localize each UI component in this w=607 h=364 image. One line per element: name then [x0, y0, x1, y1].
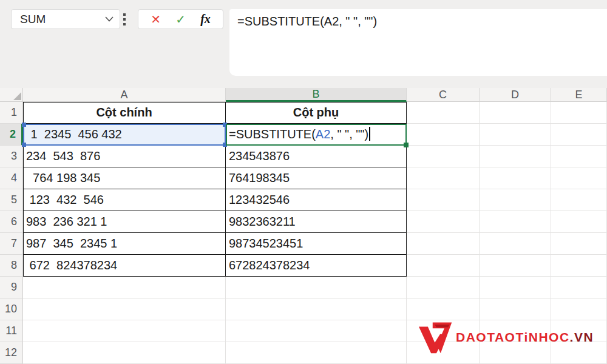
cell-A6[interactable]: 983 236 321 1 [23, 211, 226, 233]
enter-button[interactable]: ✓ [175, 13, 186, 25]
cell-E7[interactable] [551, 233, 607, 255]
cell-A9[interactable] [23, 277, 226, 298]
cell-A8[interactable]: 672 824378234 [23, 255, 226, 277]
cell-E10[interactable] [551, 298, 607, 320]
row-header-5[interactable]: 5 [0, 189, 23, 211]
formula-bar-drag-handle-icon[interactable] [123, 13, 126, 25]
cell-text: Cột phụ [293, 106, 339, 119]
cell-C2[interactable] [407, 124, 480, 146]
cell-A1[interactable]: Cột chính [23, 102, 226, 124]
cell-B2[interactable]: =SUBSTITUTE(A2, " ", "") [226, 124, 407, 146]
row-header-2[interactable]: 2 [0, 124, 23, 146]
cell-D5[interactable] [480, 189, 551, 211]
cell-C1[interactable] [407, 102, 480, 124]
row-header-6[interactable]: 6 [0, 211, 23, 233]
row-header-9[interactable]: 9 [0, 277, 23, 298]
cell-D8[interactable] [480, 255, 551, 277]
cell-text: 764198345 [229, 171, 290, 184]
cell-B12[interactable] [226, 342, 407, 364]
cell-A12[interactable] [23, 342, 226, 364]
cell-B11[interactable] [226, 320, 407, 342]
cell-A5[interactable]: 123 432 546 [23, 189, 226, 211]
cell-E12[interactable] [551, 342, 607, 364]
cell-D4[interactable] [480, 167, 551, 189]
cell-D3[interactable] [480, 146, 551, 167]
cell-C6[interactable] [407, 211, 480, 233]
cell-C5[interactable] [407, 189, 480, 211]
row-header-10[interactable]: 10 [0, 298, 23, 320]
column-header-A[interactable]: A [23, 88, 226, 102]
cell-text: 123 432 546 [26, 193, 104, 206]
cell-B6[interactable]: 9832363211 [226, 211, 407, 233]
row-header-7[interactable]: 7 [0, 233, 23, 255]
cell-C9[interactable] [407, 277, 480, 298]
text-cursor [369, 127, 370, 141]
cell-B8[interactable]: 672824378234 [226, 255, 407, 277]
cell-B7[interactable]: 98734523451 [226, 233, 407, 255]
name-box[interactable]: SUM [11, 9, 120, 29]
cell-D6[interactable] [480, 211, 551, 233]
cell-D10[interactable] [480, 298, 551, 320]
reference-handle-tl[interactable] [22, 123, 26, 127]
cell-text: 672824378234 [229, 258, 310, 272]
cell-D11[interactable] [480, 320, 551, 342]
chevron-down-icon[interactable] [105, 16, 114, 22]
cell-B3[interactable]: 234543876 [226, 146, 407, 167]
column-header-E[interactable]: E [551, 88, 607, 102]
name-box-value: SUM [20, 13, 105, 26]
cell-B4[interactable]: 764198345 [226, 167, 407, 189]
column-header-D[interactable]: D [480, 88, 551, 102]
row-header-3[interactable]: 3 [0, 146, 23, 167]
cell-B9[interactable] [226, 277, 407, 298]
cell-A3[interactable]: 234 543 876 [23, 146, 226, 167]
column-header-B[interactable]: B [226, 88, 407, 102]
cell-D1[interactable] [480, 102, 551, 124]
cell-B10[interactable] [226, 298, 407, 320]
cell-text: 983 236 321 1 [26, 215, 107, 228]
cell-C12[interactable] [407, 342, 480, 364]
column-header-C[interactable]: C [407, 88, 480, 102]
cell-D2[interactable] [480, 124, 551, 146]
select-all-button[interactable] [0, 88, 23, 102]
cell-A4[interactable]: 764 198 345 [23, 167, 226, 189]
cell-C10[interactable] [407, 298, 480, 320]
row-header-1[interactable]: 1 [0, 102, 23, 124]
cell-C4[interactable] [407, 167, 480, 189]
column-headers: ABCDE [23, 88, 607, 102]
cell-text: 9832363211 [229, 215, 296, 228]
cell-E1[interactable] [551, 102, 607, 124]
spreadsheet-grid: ABCDE 1Cột chínhCột phụ2 1 2345 456 432=… [0, 88, 607, 364]
cell-C11[interactable] [407, 320, 480, 342]
cell-E4[interactable] [551, 167, 607, 189]
cell-text: 234543876 [229, 149, 290, 163]
cell-E11[interactable] [551, 320, 607, 342]
cell-E5[interactable] [551, 189, 607, 211]
cell-C8[interactable] [407, 255, 480, 277]
row-header-4[interactable]: 4 [0, 167, 23, 189]
cell-E8[interactable] [551, 255, 607, 277]
cell-D12[interactable] [480, 342, 551, 364]
cell-E2[interactable] [551, 124, 607, 146]
cell-D7[interactable] [480, 233, 551, 255]
fill-handle[interactable] [404, 143, 409, 147]
select-all-triangle-icon [13, 92, 21, 100]
cancel-button[interactable]: ✕ [151, 13, 161, 25]
cell-A10[interactable] [23, 298, 226, 320]
cell-A2[interactable]: 1 2345 456 432 [23, 124, 226, 146]
cell-A11[interactable] [23, 320, 226, 342]
cell-B1[interactable]: Cột phụ [226, 102, 407, 124]
row-header-8[interactable]: 8 [0, 255, 23, 277]
cell-C7[interactable] [407, 233, 480, 255]
row-header-12[interactable]: 12 [0, 342, 23, 364]
formula-bar[interactable]: =SUBSTITUTE(A2, " ", "") [229, 9, 607, 76]
cell-E9[interactable] [551, 277, 607, 298]
cell-E3[interactable] [551, 146, 607, 167]
cell-C3[interactable] [407, 146, 480, 167]
cell-A7[interactable]: 987 345 2345 1 [23, 233, 226, 255]
cell-B5[interactable]: 123432546 [226, 189, 407, 211]
cell-E6[interactable] [551, 211, 607, 233]
reference-handle-bl[interactable] [22, 143, 26, 147]
row-header-11[interactable]: 11 [0, 320, 23, 342]
insert-function-button[interactable]: fx [200, 12, 211, 26]
cell-D9[interactable] [480, 277, 551, 298]
